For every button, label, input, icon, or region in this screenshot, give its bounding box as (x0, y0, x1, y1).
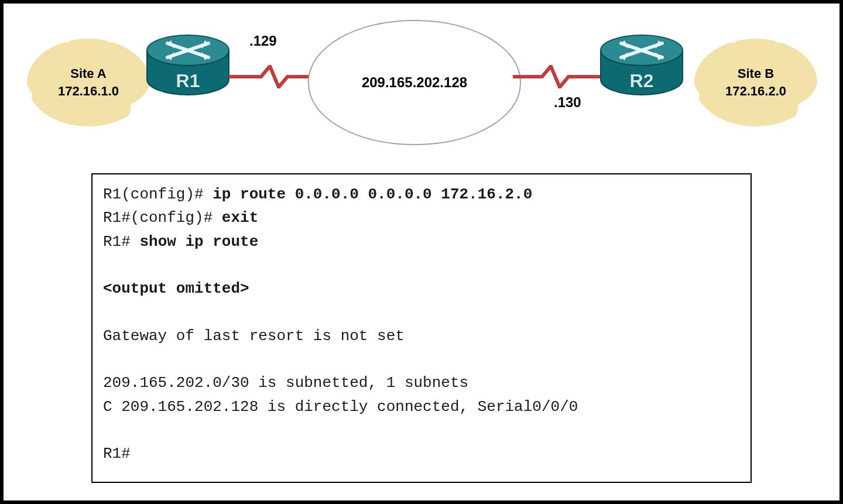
cli-line-2: R1#(config)# exit (103, 209, 258, 227)
cli-line-1: R1(config)# ip route 0.0.0.0 0.0.0.0 172… (103, 186, 532, 203)
router-r2: R2 (598, 33, 686, 103)
router-r1: R1 (144, 33, 232, 103)
cli-prompt: R1# (103, 445, 131, 462)
cli-connected-line: C 209.165.202.128 is directly connected,… (103, 398, 578, 416)
wan-subnet: 209.165.202.128 (362, 73, 467, 92)
cli-subnet-line: 209.165.202.0/30 is subnetted, 1 subnets (103, 374, 468, 392)
exhibit-frame: Site A172.16.1.0 R1 .129 (0, 0, 843, 504)
serial-link-r1 (229, 65, 317, 88)
router-r1-label: R1 (176, 70, 200, 92)
cli-gateway-line: Gateway of last resort is not set (103, 327, 405, 345)
cli-output-omitted: <output omitted> (103, 280, 249, 297)
cloud-site-b: Site B172.16.2.0 (694, 39, 817, 126)
r1-serial-ip-label: .129 (249, 33, 277, 49)
cloud-wan: 209.165.202.128 (308, 20, 521, 145)
network-topology: Site A172.16.1.0 R1 .129 (21, 15, 822, 150)
r2-serial-ip-label: .130 (554, 94, 581, 111)
router-r2-label: R2 (630, 70, 654, 92)
site-a-text: Site A172.16.1.0 (58, 65, 119, 100)
cloud-site-a: Site A172.16.1.0 (27, 39, 150, 126)
site-b-text: Site B172.16.2.0 (725, 65, 786, 100)
cli-output-box: R1(config)# ip route 0.0.0.0 0.0.0.0 172… (91, 173, 752, 483)
serial-link-r2 (513, 65, 601, 88)
cli-line-3: R1# show ip route (103, 233, 258, 251)
